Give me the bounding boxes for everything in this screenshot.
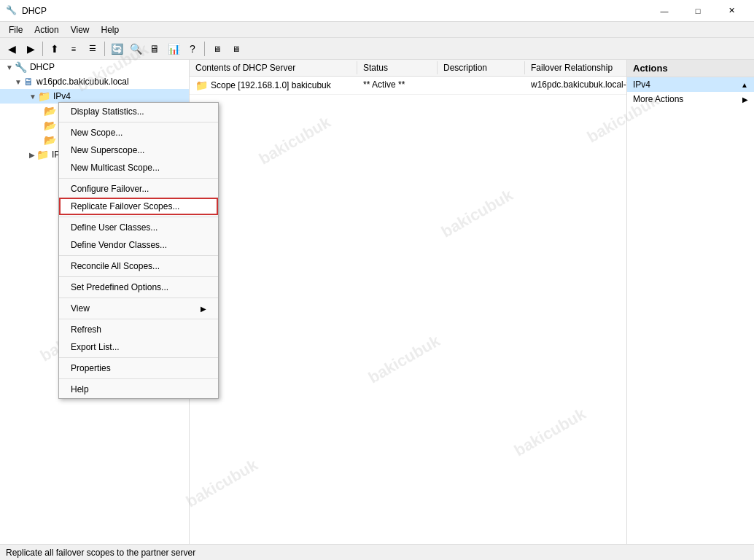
action-more[interactable]: More Actions ▶ xyxy=(627,92,754,106)
ctx-define-user-classes[interactable]: Define User Classes... xyxy=(59,219,218,236)
ctx-export-list[interactable]: Export List... xyxy=(59,338,218,356)
ctx-new-scope[interactable]: New Scope... xyxy=(59,124,218,141)
ctx-help[interactable]: Help xyxy=(59,381,218,398)
ctx-sep-6 xyxy=(59,298,218,298)
toolbar-properties[interactable]: 📊 xyxy=(165,40,182,58)
app-icon: 🔧 xyxy=(6,5,18,17)
col-header-contents: Contents of DHCP Server xyxy=(190,61,357,74)
column-headers: Contents of DHCP Server Status Descripti… xyxy=(190,60,626,77)
actions-header: Actions xyxy=(627,60,754,77)
toolbar-sep-2 xyxy=(104,42,105,56)
tree-item-dhcp[interactable]: ▼ 🔧 DHCP xyxy=(0,60,189,74)
ctx-sep-5 xyxy=(59,276,218,277)
cell-failover: w16pdc.bakicubuk.local-w16adc xyxy=(525,78,626,93)
col-header-failover: Failover Relationship xyxy=(525,61,626,74)
ctx-properties[interactable]: Properties xyxy=(59,359,218,377)
toolbar-search[interactable]: 🔍 xyxy=(127,40,144,58)
cell-status: ** Active ** xyxy=(357,78,438,93)
cell-name: 📁 Scope [192.168.1.0] bakicubuk xyxy=(190,78,357,93)
table-row[interactable]: 📁 Scope [192.168.1.0] bakicubuk ** Activ… xyxy=(190,77,626,95)
toolbar-forward[interactable]: ▶ xyxy=(22,40,39,58)
ctx-reconcile-all[interactable]: Reconcile All Scopes... xyxy=(59,257,218,275)
toolbar-back[interactable]: ◀ xyxy=(3,40,20,58)
status-bar: Replicate all failover scopes to the par… xyxy=(0,544,754,560)
status-text: Replicate all failover scopes to the par… xyxy=(6,548,195,558)
maximize-button[interactable]: □ xyxy=(681,0,715,22)
tree-item-server[interactable]: ▼ 🖥 w16pdc.bakicubuk.local xyxy=(0,74,189,89)
ctx-sep-9 xyxy=(59,378,218,379)
toolbar-up[interactable]: ⬆ xyxy=(46,40,63,58)
toolbar: ◀ ▶ ⬆ ≡ ☰ 🔄 🔍 🖥 📊 ? 🖥 🖥 xyxy=(0,38,754,60)
ctx-display-statistics[interactable]: Display Statistics... xyxy=(59,103,218,120)
ctx-sep-3 xyxy=(59,217,218,217)
ctx-sep-8 xyxy=(59,357,218,358)
toolbar-sep-3 xyxy=(204,42,205,56)
toolbar-view[interactable]: 🖥 xyxy=(227,40,244,58)
ctx-sep-4 xyxy=(59,255,218,256)
ctx-sep-2 xyxy=(59,178,218,179)
col-header-description: Description xyxy=(438,61,525,74)
ctx-set-predefined[interactable]: Set Predefined Options... xyxy=(59,279,218,296)
toolbar-display[interactable]: 🖥 xyxy=(146,40,163,58)
chevron-up-icon: ▲ xyxy=(741,81,748,89)
ctx-replicate-failover[interactable]: Replicate Failover Scopes... xyxy=(59,198,218,215)
title-bar-text: DHCP xyxy=(22,6,648,16)
context-menu: Display Statistics... New Scope... New S… xyxy=(58,102,219,399)
toolbar-refresh[interactable]: 🔄 xyxy=(108,40,125,58)
title-bar: 🔧 DHCP — □ ✕ xyxy=(0,0,754,22)
ctx-refresh[interactable]: Refresh xyxy=(59,321,218,338)
ctx-sep-7 xyxy=(59,319,218,319)
toolbar-details[interactable]: ☰ xyxy=(84,40,101,58)
menu-file[interactable]: File xyxy=(3,23,28,36)
chevron-right-icon: ▶ xyxy=(742,96,748,104)
minimize-button[interactable]: — xyxy=(648,0,681,22)
menu-bar: File Action View Help xyxy=(0,22,754,38)
actions-panel: Actions IPv4 ▲ More Actions ▶ xyxy=(626,60,754,544)
ctx-view[interactable]: View ▶ xyxy=(59,300,218,317)
toolbar-connect[interactable]: 🖥 xyxy=(208,40,225,58)
col-header-status: Status xyxy=(357,61,438,74)
ctx-new-multicast[interactable]: New Multicast Scope... xyxy=(59,159,218,176)
toolbar-list[interactable]: ≡ xyxy=(65,40,82,58)
toolbar-help-btn[interactable]: ? xyxy=(184,40,201,58)
tree-item-ipv4[interactable]: ▼ 📁 IPv4 xyxy=(0,89,189,104)
menu-help[interactable]: Help xyxy=(96,23,125,36)
action-ipv4[interactable]: IPv4 ▲ xyxy=(627,77,754,92)
ctx-view-arrow: ▶ xyxy=(201,305,206,313)
menu-view[interactable]: View xyxy=(65,23,96,36)
close-button[interactable]: ✕ xyxy=(715,0,748,22)
ctx-define-vendor-classes[interactable]: Define Vendor Classes... xyxy=(59,236,218,254)
ctx-sep-1 xyxy=(59,122,218,122)
toolbar-sep-1 xyxy=(42,42,43,56)
menu-action[interactable]: Action xyxy=(28,23,64,36)
cell-description xyxy=(438,78,525,93)
content-panel: Contents of DHCP Server Status Descripti… xyxy=(190,60,626,544)
ctx-configure-failover[interactable]: Configure Failover... xyxy=(59,180,218,198)
ctx-new-superscope[interactable]: New Superscope... xyxy=(59,141,218,159)
title-bar-controls: — □ ✕ xyxy=(648,0,748,22)
